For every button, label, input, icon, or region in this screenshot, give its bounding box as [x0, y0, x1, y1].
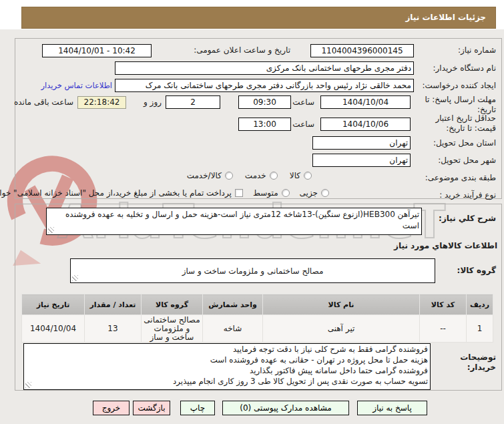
resize-handle-icon[interactable] [25, 382, 31, 388]
cell-goods-group: مصالح ساختمانی و ملزومات ساخت و ساز [142, 315, 203, 343]
cell-row-number: 1 [467, 315, 493, 343]
delivery-city-field[interactable] [312, 154, 411, 167]
buyer-org-field[interactable] [115, 61, 414, 75]
col-need-date: تاریخ نیاز [22, 294, 85, 315]
reply-to-need-button[interactable]: پاسخ به نیاز [357, 401, 427, 415]
treasury-docs-checkbox[interactable] [235, 189, 243, 197]
need-desc-label: شرح كلي نیاز: [439, 214, 496, 223]
cell-goods-code: -- [420, 315, 467, 343]
back-button[interactable]: بازگشت [133, 401, 170, 415]
countdown-timer: 22:18:42 [77, 96, 126, 109]
purchase-process-label: نوع فرآیند خرید : [439, 190, 496, 200]
option-minor[interactable]: جزیی [300, 188, 329, 198]
need-number-label: شماره نیاز: [458, 45, 496, 55]
need-desc-textarea[interactable]: تیرآهن HEB300(ازنوع سنگین)-13شاخه 12متری… [46, 208, 422, 235]
request-creator-label: ایجاد کننده درخواست: [422, 81, 496, 90]
reply-deadline-date-field[interactable] [320, 95, 411, 109]
goods-option-label: کالا [290, 171, 300, 180]
goods-table: ردیف کد کالا نام کالا واحد شمارش گروه کا… [21, 294, 493, 343]
col-goods-group: گروه کالا [142, 294, 203, 315]
print-button[interactable]: چاپ [180, 401, 215, 415]
option-medium[interactable]: متوسط [253, 188, 290, 198]
buyer-contact-link[interactable]: اطلاعات تماس خریدار [41, 81, 112, 90]
need-desc-text: تیرآهن HEB300(ازنوع سنگین)-13شاخه 12متری… [47, 208, 421, 232]
option-goods[interactable]: کالا [290, 171, 312, 180]
resize-handle-icon[interactable] [72, 275, 78, 281]
col-row-number: ردیف [467, 294, 493, 315]
delivery-province-field[interactable] [312, 136, 411, 150]
treasury-docs-option[interactable]: پرداخت تمام یا بخشی از مبلغ خرید،از محل … [0, 188, 243, 198]
need-number-field[interactable] [310, 44, 414, 57]
buyer-note-line: تسویه حساب به صورت نقدی پس از تحویل کالا… [24, 376, 430, 387]
announce-datetime-field[interactable] [42, 44, 152, 57]
subject-class-options: کالا خدمت کالا/خدمت [187, 171, 312, 180]
exit-button[interactable]: خروج [93, 401, 130, 415]
option-goods-service[interactable]: کالا/خدمت [187, 171, 233, 180]
need-details-page: { "header": { "title": "جزئیات اطلاعات ن… [0, 0, 504, 424]
treasury-docs-label: پرداخت تمام یا بخشی از مبلغ خرید،از محل … [0, 188, 232, 198]
price-validity-date-field[interactable] [320, 118, 411, 131]
buyer-note-line: فروشنده گرامی فقط به شرح کلی نیاز با دقت… [24, 344, 430, 355]
col-goods-code: کد کالا [420, 294, 467, 315]
minor-option-label: جزیی [300, 188, 318, 198]
table-row: 1 -- تیر آهنی شاخه مصالح ساختمانی و ملزو… [22, 315, 493, 343]
cell-goods-name: تیر آهنی [263, 315, 420, 343]
goods-group-text: مصالح ساختمانی و ملزومات ساخت و ساز [182, 266, 324, 276]
buyer-note-line: فروشنده گرامی حتما داخل سامانه پیش فاکتو… [24, 365, 430, 376]
goods-radio[interactable] [304, 172, 312, 180]
reply-deadline-hour-label: ساعت [292, 97, 314, 107]
col-quantity: تعداد / مقدار [85, 294, 142, 315]
buyer-note-line: هزینه حمل تا محل پروژه در تهران - حقانی … [24, 355, 430, 365]
goods-service-option-label: کالا/خدمت [187, 171, 222, 180]
cell-need-date: 1404/10/04 [22, 315, 85, 343]
medium-radio[interactable] [282, 189, 290, 197]
subject-class-label: طبقه بندی موضوعی: [425, 173, 496, 182]
resize-handle-icon[interactable] [48, 227, 54, 233]
view-attachments-button[interactable]: مشاهده مدارک پیوستی (0) [222, 401, 349, 415]
announce-datetime-label: تاریخ و ساعت اعلان عمومی: [194, 45, 290, 55]
remaining-days-field[interactable] [166, 95, 220, 109]
goods-service-radio[interactable] [225, 172, 233, 180]
goods-group-label: گروه کالا: [457, 266, 496, 275]
goods-table-header-row: ردیف کد کالا نام کالا واحد شمارش گروه کا… [22, 294, 493, 315]
minor-radio[interactable] [321, 189, 329, 197]
buyer-notes-textarea[interactable]: فروشنده گرامی فقط به شرح کلی نیاز با دقت… [23, 343, 431, 390]
service-option-label: خدمت [245, 171, 266, 180]
goods-group-textarea[interactable]: مصالح ساختمانی و ملزومات ساخت و ساز [70, 258, 435, 283]
price-validity-hour-label: ساعت [292, 120, 314, 129]
cell-quantity: 13 [85, 315, 142, 343]
col-count-unit: واحد شمارش [203, 294, 263, 315]
price-validity-label: حداقل تاریخ اعتبار قیمت: تا تاریخ: [417, 114, 496, 134]
reply-deadline-time-field[interactable] [238, 95, 291, 109]
days-and-label: روز و [144, 97, 162, 107]
purchase-process-options: جزیی متوسط پرداخت تمام یا بخشی از مبلغ خ… [0, 188, 329, 198]
hours-remaining-label: ساعت باقی مانده [14, 97, 73, 107]
goods-section-title: اطلاعات کالاهاي مورد نیاز [394, 241, 497, 250]
price-validity-time-field[interactable] [238, 118, 291, 131]
cell-count-unit: شاخه [203, 315, 263, 343]
buyer-org-label: نام دستگاه خریدار: [433, 63, 497, 73]
col-goods-name: نام کالا [263, 294, 420, 315]
request-creator-field[interactable] [115, 79, 414, 92]
medium-option-label: متوسط [253, 188, 278, 198]
service-radio[interactable] [270, 172, 278, 180]
delivery-city-label: شهر محل تحویل: [438, 156, 496, 165]
option-service[interactable]: خدمت [245, 171, 278, 180]
buyer-notes-label: توضیحات خریدار: [443, 353, 496, 373]
delivery-province-label: استان محل تحویل: [433, 138, 496, 148]
reply-deadline-label: مهلت ارسال پاسخ: تا تاریخ: [421, 95, 496, 115]
page-title: جزئیات اطلاعات نیاز [21, 7, 496, 29]
